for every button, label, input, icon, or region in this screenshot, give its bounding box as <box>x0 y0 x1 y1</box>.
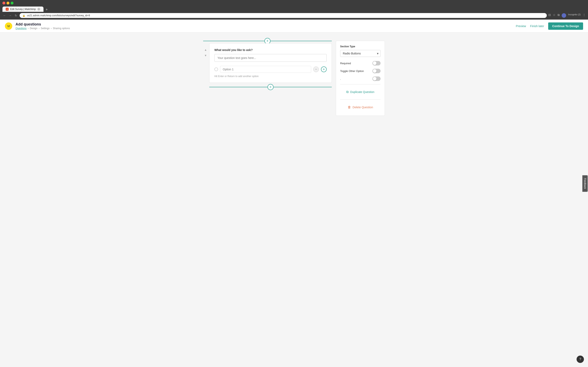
url-text: us21.admin.mailchimp.com/lists/surveys/e… <box>27 14 90 17</box>
option-remove-btn[interactable]: − <box>313 67 319 72</box>
breadcrumb-settings[interactable]: Settings <box>41 27 49 30</box>
required-toggle-row: Required <box>340 61 380 66</box>
survey-editor: + ▲ ▼ What would you like to ask? − + Hi… <box>203 41 332 351</box>
bookmark-icon[interactable]: ☆ <box>553 13 555 18</box>
move-down-btn[interactable]: ▼ <box>203 53 208 58</box>
duplicate-icon: ⧉ <box>346 90 348 94</box>
add-section-bottom: + <box>209 87 332 87</box>
split-screen-icon: ⧉ <box>558 13 560 18</box>
delete-icon: 🗑 <box>348 105 351 109</box>
browser-chrome: M Edit Survey | Mailchimp × + <box>0 0 588 12</box>
question-input[interactable] <box>214 54 327 62</box>
delete-label: Delete Question <box>353 106 373 109</box>
tab-close-btn[interactable]: × <box>37 8 40 11</box>
traffic-lights <box>2 2 13 4</box>
section-line-bottom-left <box>209 87 270 87</box>
toggle-other-label: Toggle Other Option <box>340 69 364 73</box>
incognito-label: Incognito (2) <box>568 13 581 18</box>
option-add-btn[interactable]: + <box>321 67 327 72</box>
header-title-area: Add questions Questions › Design › Setti… <box>16 22 70 30</box>
panel-divider-1 <box>340 84 380 84</box>
toggle-other-toggle[interactable] <box>372 69 380 73</box>
refresh-btn[interactable]: ↻ <box>14 14 18 17</box>
add-section-top: + <box>203 41 332 41</box>
continue-to-design-btn[interactable]: Continue To Design <box>548 22 583 30</box>
finish-later-link[interactable]: Finish later <box>530 25 544 28</box>
section-line-bottom-right <box>270 87 332 87</box>
breadcrumb-questions[interactable]: Questions <box>16 27 26 30</box>
question-card: What would you like to ask? − + Hit Ente… <box>209 43 332 83</box>
extra-toggle-label: . <box>340 77 341 80</box>
svg-text:M: M <box>7 25 10 28</box>
forward-btn[interactable]: → <box>8 14 12 17</box>
section-type-select[interactable]: Radio Buttons Checkboxes Dropdown Short … <box>340 50 380 57</box>
option-1-input[interactable] <box>220 66 311 73</box>
breadcrumb-sep-3: › <box>51 27 52 30</box>
toggle-other-knob <box>373 69 376 73</box>
breadcrumb-sep-2: › <box>39 27 39 30</box>
required-toggle[interactable] <box>372 61 380 66</box>
breadcrumb: Questions › Design › Settings › Sharing … <box>16 27 70 30</box>
extra-toggle-knob <box>373 77 376 81</box>
new-tab-btn[interactable]: + <box>44 8 49 12</box>
breadcrumb-design[interactable]: Design <box>30 27 37 30</box>
duplicate-label: Duplicate Question <box>350 90 374 94</box>
close-window-btn[interactable] <box>2 2 5 4</box>
hint-text: Hit Enter or Return to add another optio… <box>214 75 327 78</box>
question-card-wrapper: ▲ ▼ What would you like to ask? − + Hit … <box>209 43 332 83</box>
breadcrumb-sharing[interactable]: Sharing options <box>53 27 70 30</box>
active-tab[interactable]: M Edit Survey | Mailchimp × <box>2 7 43 12</box>
header-left: M Add questions Questions › Design › Set… <box>5 22 70 30</box>
tabs-bar: M Edit Survey | Mailchimp × + <box>2 7 586 12</box>
profile-badge[interactable] <box>562 13 566 18</box>
duplicate-question-btn[interactable]: ⧉ Duplicate Question <box>340 88 380 96</box>
right-panel: Section Type Radio Buttons Checkboxes Dr… <box>336 41 385 116</box>
extra-toggle-row: . <box>340 76 380 81</box>
cast-icon: ⊡ <box>548 13 551 18</box>
page-title: Add questions <box>16 22 70 26</box>
main-content: + ▲ ▼ What would you like to ask? − + Hi… <box>0 33 588 359</box>
menu-icon[interactable]: ⋮ <box>583 13 586 18</box>
card-controls: ▲ ▼ <box>203 47 208 58</box>
header-right: Preview Finish later Continue To Design <box>516 22 583 30</box>
maximize-window-btn[interactable] <box>11 2 13 4</box>
section-type-select-wrapper: Radio Buttons Checkboxes Dropdown Short … <box>340 50 380 57</box>
tab-favicon: M <box>6 8 9 11</box>
required-label: Required <box>340 62 351 65</box>
preview-link[interactable]: Preview <box>516 25 526 28</box>
delete-question-btn[interactable]: 🗑 Delete Question <box>340 103 380 111</box>
section-line-top-left <box>203 41 268 41</box>
minimize-window-btn[interactable] <box>7 2 9 4</box>
section-type-label: Section Type <box>340 45 380 48</box>
app-header: M Add questions Questions › Design › Set… <box>0 20 588 33</box>
breadcrumb-sep-1: › <box>28 27 29 30</box>
section-line-top-right <box>268 41 332 41</box>
question-label: What would you like to ask? <box>214 48 327 52</box>
panel-divider-2 <box>340 100 380 100</box>
radio-option-1 <box>214 67 218 71</box>
toggle-other-row: Toggle Other Option <box>340 69 380 73</box>
address-bar[interactable]: 🔒 us21.admin.mailchimp.com/lists/surveys… <box>20 13 547 18</box>
option-row-1: − + <box>214 66 327 73</box>
extra-toggle[interactable] <box>372 76 380 81</box>
tab-title: Edit Survey | Mailchimp <box>10 8 36 11</box>
lock-icon: 🔒 <box>22 14 25 17</box>
toolbar-icons: ⊡ ☆ ⧉ Incognito (2) ⋮ <box>548 13 586 18</box>
move-up-btn[interactable]: ▲ <box>203 47 208 52</box>
required-toggle-knob <box>373 61 376 65</box>
add-section-bottom-btn[interactable]: + <box>268 84 274 90</box>
address-bar-row: ← → ↻ 🔒 us21.admin.mailchimp.com/lists/s… <box>0 12 588 20</box>
feedback-tab[interactable]: Feedback <box>582 175 588 192</box>
mailchimp-logo: M <box>5 22 12 30</box>
back-btn[interactable]: ← <box>2 14 7 17</box>
